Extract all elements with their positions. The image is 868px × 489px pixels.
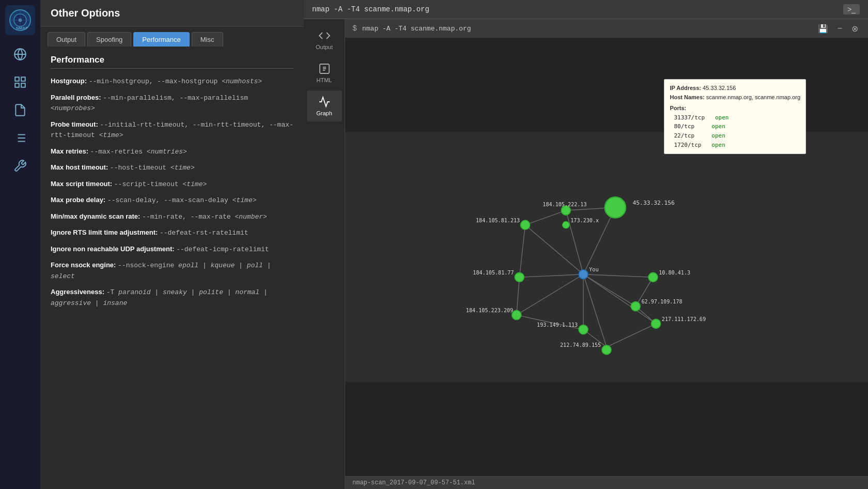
node-7: [512, 310, 521, 319]
sidebar-item-wrench[interactable]: [8, 154, 32, 178]
svg-text:184.105.81.213: 184.105.81.213: [476, 218, 520, 223]
command-bar: nmap -A -T4 scanme.nmap.org >_: [304, 0, 868, 19]
option-hostgroup: Hostgroup: --min-hostgroup, --max-hostgr…: [51, 76, 293, 87]
node-8: [652, 319, 661, 328]
option-rts-limit: Ignore RTS limit time adjustment: --defe…: [51, 227, 293, 238]
node-4: [515, 272, 524, 282]
node-6: [631, 302, 640, 311]
svg-rect-9: [15, 77, 19, 81]
title-text: Other Options: [51, 7, 120, 19]
option-udp-adjustment: Ignore non reachable UDP adjustment: --d…: [51, 244, 293, 255]
svg-text:45.33.32.156: 45.33.32.156: [633, 200, 675, 206]
svg-text:217.111.172.69: 217.111.172.69: [662, 316, 706, 322]
minimize-button[interactable]: −: [835, 23, 845, 34]
svg-text:NMAP: NMAP: [16, 26, 28, 30]
option-aggressiveness: Aggressiveness: -T paranoid | sneaky | p…: [51, 287, 293, 308]
panel-title: Other Options: [40, 0, 304, 27]
svg-text:184.105.81.77: 184.105.81.77: [473, 270, 514, 276]
tab-bar: Output Spoofing Performance Misc: [40, 27, 304, 47]
svg-rect-11: [15, 83, 19, 87]
filename: nmap-scan_2017-09-07_09-57-51.xml: [352, 479, 475, 486]
graph-wrapper: $ nmap -A -T4 scanme.nmap.org 💾 − ⊗: [345, 19, 868, 489]
tab-spoofing[interactable]: Spoofing: [87, 32, 131, 47]
svg-text:173.230.x: 173.230.x: [570, 218, 599, 223]
node-5: [648, 272, 658, 282]
close-button[interactable]: ⊗: [849, 23, 861, 35]
right-nav: Output HTML Graph: [304, 19, 345, 489]
svg-text:184.105.223.209: 184.105.223.209: [466, 308, 513, 313]
right-content-area: Output HTML Graph: [304, 19, 868, 489]
performance-content: Performance Hostgroup: --min-hostgroup, …: [40, 47, 304, 489]
left-panel: Other Options Output Spoofing Performanc…: [40, 0, 304, 489]
svg-rect-23: [345, 132, 868, 382]
svg-text:62.97.109.178: 62.97.109.178: [641, 299, 682, 304]
node-2: [521, 220, 530, 230]
option-max-retries: Max retries: --max-retries <numtries>: [51, 146, 293, 157]
section-title: Performance: [51, 55, 293, 69]
file-bar: nmap-scan_2017-09-07_09-57-51.xml: [345, 476, 868, 489]
svg-rect-10: [21, 77, 25, 81]
svg-text:193.149.1.113: 193.149.1.113: [537, 322, 578, 328]
svg-rect-12: [21, 83, 25, 87]
option-max-script-timeout: Max script timeout: --script-timeout <ti…: [51, 179, 293, 190]
sidebar-item-list[interactable]: [8, 126, 32, 150]
nav-output[interactable]: Output: [307, 24, 342, 55]
option-dynamic-scan-rate: Min/max dynamic scan rate: --min-rate, -…: [51, 211, 293, 222]
right-panel: nmap -A -T4 scanme.nmap.org >_ Output HT: [304, 0, 868, 489]
nav-graph[interactable]: Graph: [307, 90, 342, 121]
scan-command-text: nmap -A -T4 scanme.nmap.org: [362, 25, 471, 33]
node-target: [605, 197, 626, 218]
option-probe-timeout: Probe timeout: --initial-rtt-timeout, --…: [51, 119, 293, 141]
option-paralell-probes: Paralell probes: --min-parallelism, --ma…: [51, 93, 293, 114]
tab-misc[interactable]: Misc: [192, 32, 223, 47]
option-max-host-timeout: Max host timeout: --host-timeout <time>: [51, 162, 293, 173]
expand-button[interactable]: >_: [843, 4, 860, 14]
sidebar: NMAP: [0, 0, 40, 489]
option-max-probe-delay: Max probe delay: --scan-delay, --max-sca…: [51, 195, 293, 206]
tab-performance[interactable]: Performance: [133, 32, 189, 47]
sidebar-item-grid[interactable]: [8, 70, 32, 94]
save-button[interactable]: 💾: [815, 23, 831, 35]
scan-bar: $ nmap -A -T4 scanme.nmap.org 💾 − ⊗: [345, 19, 868, 38]
svg-text:10.80.41.3: 10.80.41.3: [659, 270, 690, 276]
dollar-sign: $: [352, 24, 357, 33]
node-9: [579, 325, 588, 334]
node-you: [579, 270, 588, 279]
tab-output[interactable]: Output: [48, 32, 85, 47]
svg-text:184.105.222.13: 184.105.222.13: [542, 202, 586, 207]
node-10: [602, 345, 611, 355]
sidebar-item-file[interactable]: [8, 98, 32, 122]
scan-command: $ nmap -A -T4 scanme.nmap.org: [352, 24, 471, 33]
node-tooltip: IP Address: 45.33.32.156 Host Names: sca…: [664, 79, 806, 154]
svg-text:212.74.89.155: 212.74.89.155: [560, 342, 601, 348]
sidebar-item-globe[interactable]: [8, 42, 32, 66]
graph-canvas: 45.33.32.156 184.105.222.13 184.105.81.2…: [345, 38, 868, 476]
app-logo: NMAP: [5, 5, 35, 35]
node-3: [563, 221, 569, 228]
command-text: nmap -A -T4 scanme.nmap.org: [312, 5, 429, 13]
nav-html[interactable]: HTML: [307, 57, 342, 88]
scan-bar-actions: 💾 − ⊗: [815, 23, 861, 35]
option-nsock-engine: Force nsock engine: --nsock-engine epoll…: [51, 260, 293, 281]
svg-text:You: You: [589, 267, 598, 272]
